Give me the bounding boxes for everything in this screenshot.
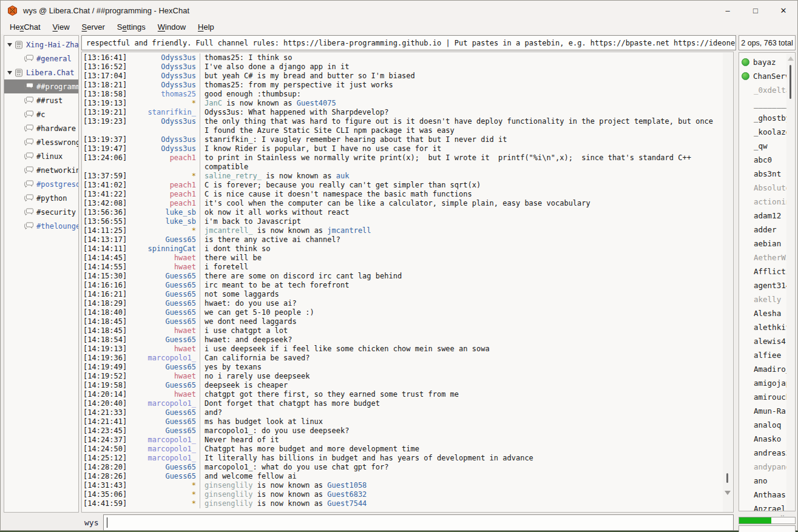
nick[interactable]: Guess65 [129,463,200,472]
nick[interactable]: * [129,99,200,108]
nick[interactable]: hwaet [129,390,200,399]
tree-channel-linux[interactable]: #linux [4,149,78,163]
nick[interactable]: marcopolo1_ [129,354,200,363]
tree-channel-python[interactable]: #python [4,191,78,205]
nick[interactable]: hwaet [129,372,200,381]
nick[interactable]: Guess65 [129,290,200,299]
nick[interactable]: stanrifkin_ [129,108,200,117]
minimize-button[interactable]: – [714,1,742,20]
nick[interactable]: peach1 [129,153,200,172]
timestamp: [13:18:21] [83,81,129,90]
tree-channel-rust[interactable]: ##rust [4,93,78,107]
nick[interactable]: Guess65 [129,308,200,317]
channel-bubble-icon [24,208,33,216]
nick[interactable]: peach1 [129,190,200,199]
userlist-scrollbar-thumb[interactable] [790,65,791,99]
nick[interactable]: Guess65 [129,426,200,436]
nick[interactable]: Guess65 [129,317,200,326]
tree-item-label: #lesswrong [36,138,78,147]
nick[interactable]: hwaet [129,345,200,354]
userlist-scrollbar[interactable] [786,54,794,511]
menu-view[interactable]: View [47,21,76,33]
close-button[interactable]: ✕ [769,1,797,20]
nick[interactable]: Odyss3us [129,135,200,144]
chat-scrollbar[interactable] [723,53,732,512]
desktop: wys @ Libera.Chat / ##programming - HexC… [0,0,798,532]
chat-scroll-down-icon[interactable] [725,491,731,495]
nick[interactable]: hwaet [129,254,200,263]
tree-server-liberachat[interactable]: Libera.Chat [4,66,78,79]
nick[interactable]: Guess65 [129,381,200,390]
nick[interactable]: Odyss3us [129,62,200,72]
nick[interactable]: Guess65 [129,235,200,244]
user-nick: aebian [754,239,781,248]
timestamp: [13:19:23] [83,117,129,135]
own-nick-label[interactable]: wys [81,518,103,527]
tree-expander-icon[interactable] [7,71,12,75]
nick[interactable]: * [129,172,200,181]
nick[interactable]: hwaet [129,326,200,335]
userlist-scroll-up-icon[interactable] [788,56,794,61]
menu-hexchat[interactable]: HexChat [4,21,47,33]
tree-channel-lesswrong[interactable]: #lesswrong [4,135,78,149]
nick[interactable]: Guess65 [129,281,200,290]
nick[interactable]: * [129,481,200,490]
tree-channel-hardware[interactable]: #hardware [4,121,78,135]
nick[interactable]: * [129,499,200,508]
nick[interactable]: peach1 [129,181,200,190]
timestamp: [14:19:13] [83,345,129,354]
nick[interactable]: spinningCat [129,244,200,254]
title-bar[interactable]: wys @ Libera.Chat / ##programming - HexC… [1,1,797,20]
lag-meter-fill [739,517,771,524]
tree-channel-thelounge[interactable]: #thelounge [4,219,78,233]
nick[interactable]: marcopolo1_ [129,436,200,445]
nick[interactable]: marcopolo1_ [129,445,200,454]
message-input[interactable] [103,514,734,531]
tree-channel-general[interactable]: #general [4,52,78,66]
nick[interactable]: luke_sb [129,208,200,217]
chat-line: [14:16:16]Guess65irc meant to be at tech… [83,281,721,290]
message-segment: JanC [205,99,222,107]
nick[interactable]: Guess65 [129,408,200,417]
nick[interactable]: * [129,490,200,499]
nick[interactable]: peach1 [129,199,200,208]
nick[interactable]: Odyss3us [129,53,200,62]
timestamp: [14:14:55] [83,263,129,272]
nick[interactable]: Odyss3us [129,144,200,153]
nick[interactable]: hwaet [129,263,200,272]
message-text: ginsenglily is now known as Guest1058 [200,481,721,490]
nick[interactable]: Odyss3us [129,81,200,90]
menu-settings[interactable]: Settings [111,21,152,33]
menu-help[interactable]: Help [192,21,220,33]
nick[interactable]: Guess65 [129,299,200,308]
nick[interactable]: Guess65 [129,363,200,372]
tree-channel-c[interactable]: #c [4,107,78,121]
tree-channel-security[interactable]: #security [4,205,78,219]
message-text: we can get 5-10 people :) [200,308,721,317]
menu-server[interactable]: Server [76,21,111,33]
nick[interactable]: Guess65 [129,335,200,345]
topic-input[interactable]: respectful and friendly. Full channel ru… [81,35,736,50]
chat-line: [14:15:30]Guess65there are some on disco… [83,272,721,281]
nick[interactable]: * [129,226,200,235]
nick[interactable]: Guess65 [129,417,200,426]
nick[interactable]: thomas25 [129,90,200,99]
tree-expander-icon[interactable] [7,43,12,47]
nick[interactable]: Odyss3us [129,72,200,81]
nick[interactable]: marcopolo1_ [129,454,200,463]
chat-scrollbar-thumb[interactable] [726,473,728,483]
main-content: Xing-Hai-Zhai#generalLibera.Chat##progra… [1,34,797,530]
tree-server-xinghaizhai[interactable]: Xing-Hai-Zhai [4,38,78,52]
message-text: i dont think so [200,244,721,254]
nick[interactable]: marcopolo1_ [129,399,200,408]
nick[interactable]: Odyss3us [129,117,200,135]
maximize-button[interactable]: □ [742,1,769,20]
nick[interactable]: Guess65 [129,472,200,481]
nick[interactable]: luke_sb [129,217,200,226]
tree-channel-postgresql[interactable]: #postgresql [4,177,78,191]
tree-channel-programming[interactable]: ##programming [4,79,78,93]
tree-channel-networking[interactable]: #networking [4,163,78,177]
nick[interactable]: Guess65 [129,272,200,281]
server-icon [15,41,23,49]
menu-window[interactable]: Window [152,21,192,33]
